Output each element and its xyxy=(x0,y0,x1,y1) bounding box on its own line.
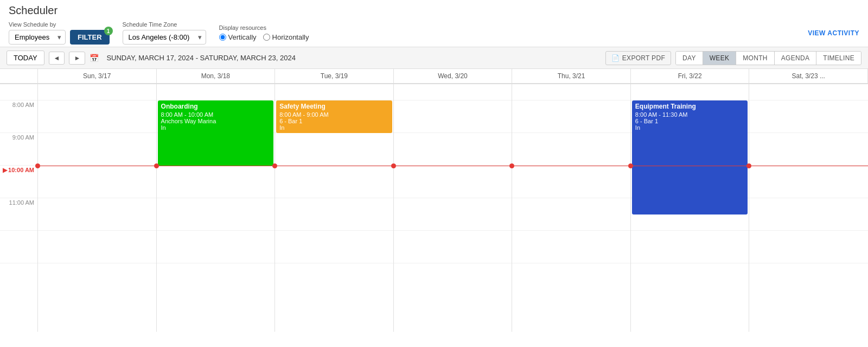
tab-agenda[interactable]: AGENDA xyxy=(775,52,816,65)
vertically-label: Vertically xyxy=(228,33,257,41)
slot-day1-hour3 xyxy=(157,198,275,231)
event-status: In xyxy=(635,124,745,131)
slot-day0-hour4 xyxy=(38,231,156,263)
tab-timeline[interactable]: TIMELINE xyxy=(816,52,861,65)
event-onboarding[interactable]: Onboarding 8:00 AM - 10:00 AM Anchors Wa… xyxy=(158,100,274,166)
slot-day3-hour3 xyxy=(394,198,512,231)
vertically-radio[interactable] xyxy=(219,34,226,41)
horizontally-radio[interactable] xyxy=(263,34,270,41)
event-safety-meeting[interactable]: Safety Meeting 8:00 AM - 9:00 AM 6 - Bar… xyxy=(276,100,392,133)
export-pdf-label: EXPORT PDF xyxy=(622,54,665,62)
header-wed: Wed, 3/20 xyxy=(394,69,513,83)
header-fri: Fri, 3/22 xyxy=(631,69,750,83)
today-button[interactable]: TODAY xyxy=(7,51,44,65)
slot-day6-hour0 xyxy=(749,100,868,133)
time-indicator-arrow: ▶ xyxy=(3,167,7,174)
slot-day0-hour1 xyxy=(38,133,156,166)
day-col-5: Equipment Training 8:00 AM - 11:30 AM 6 … xyxy=(631,84,750,332)
page-title: Scheduler xyxy=(9,4,859,17)
view-schedule-label: View Schedule by xyxy=(9,21,110,28)
tab-month[interactable]: MONTH xyxy=(736,52,775,65)
horizontally-radio-label[interactable]: Horizontally xyxy=(263,33,309,41)
time-empty-top xyxy=(0,84,37,100)
slot-day6-hour2 xyxy=(749,166,868,198)
current-time-line xyxy=(512,166,630,166)
event-title: Equipment Training xyxy=(635,103,745,110)
header-thu: Thu, 3/21 xyxy=(512,69,631,83)
date-range: SUNDAY, MARCH 17, 2024 - SATURDAY, MARCH… xyxy=(106,54,295,62)
tab-week[interactable]: WEEK xyxy=(703,52,737,65)
slot-day2-hour3 xyxy=(275,198,393,231)
time-9am: 9:00 AM xyxy=(0,133,37,166)
time-column: 8:00 AM 9:00 AM ▶10:00 AM 11:00 AM xyxy=(0,84,38,332)
calendar-toolbar: TODAY ◄ ► 📅 SUNDAY, MARCH 17, 2024 - SAT… xyxy=(0,47,868,69)
time-10am: ▶10:00 AM xyxy=(0,166,37,198)
slot-day5-hour4 xyxy=(631,231,749,263)
slot-day3-hour1 xyxy=(394,133,512,166)
event-time: 8:00 AM - 9:00 AM xyxy=(279,111,389,118)
event-equipment-training[interactable]: Equipment Training 8:00 AM - 11:30 AM 6 … xyxy=(632,100,748,214)
filter-button[interactable]: FILTER 1 xyxy=(70,30,110,45)
event-time: 8:00 AM - 10:00 AM xyxy=(161,111,271,118)
display-resources-label: Display resources xyxy=(219,24,309,31)
slot-day6-hour4 xyxy=(749,231,868,263)
current-time-line xyxy=(631,166,749,166)
event-location: 6 - Bar 1 xyxy=(635,118,745,124)
calendar-body: 8:00 AM 9:00 AM ▶10:00 AM 11:00 AM Onboa… xyxy=(0,84,868,332)
slot-day2-hour1 xyxy=(275,133,393,166)
employees-select-wrapper[interactable]: Employees ▾ xyxy=(9,30,66,45)
vertically-radio-label[interactable]: Vertically xyxy=(219,33,257,41)
time-11am: 11:00 AM xyxy=(0,198,37,231)
slot-day4-hour3 xyxy=(512,198,630,231)
timezone-select-wrapper[interactable]: Los Angeles (-8:00) ▾ xyxy=(123,30,206,45)
slot-day1-hour2 xyxy=(157,166,275,198)
export-pdf-button[interactable]: 📄 EXPORT PDF xyxy=(605,51,671,65)
header-empty xyxy=(0,69,38,83)
current-time-line xyxy=(157,166,275,166)
calendar-icon: 📅 xyxy=(90,54,99,62)
day-col-2: Safety Meeting 8:00 AM - 9:00 AM 6 - Bar… xyxy=(275,84,394,332)
timezone-group: Schedule Time Zone Los Angeles (-8:00) ▾ xyxy=(123,21,206,45)
view-activity-button[interactable]: VIEW ACTIVITY xyxy=(808,29,859,37)
next-button[interactable]: ► xyxy=(69,52,85,65)
time-extra xyxy=(0,231,37,263)
timezone-label: Schedule Time Zone xyxy=(123,21,206,28)
slot-day0-hour3 xyxy=(38,198,156,231)
radio-group: Vertically Horizontally xyxy=(219,33,309,41)
current-time-line xyxy=(38,166,156,166)
view-schedule-group: View Schedule by Employees ▾ FILTER 1 xyxy=(9,21,110,45)
timezone-select[interactable]: Los Angeles (-8:00) xyxy=(123,30,206,45)
day-columns: Onboarding 8:00 AM - 10:00 AM Anchors Wa… xyxy=(38,84,868,332)
slot-day2-hour2 xyxy=(275,166,393,198)
slot-day0-hour2 xyxy=(38,166,156,198)
slot-day6-hour1 xyxy=(749,133,868,166)
header-sat: Sat, 3/23 ... xyxy=(749,69,868,83)
slot-day3-hour0 xyxy=(394,100,512,133)
calendar-header: Sun, 3/17 Mon, 3/18 Tue, 3/19 Wed, 3/20 … xyxy=(0,69,868,84)
header-mon: Mon, 3/18 xyxy=(157,69,276,83)
current-time-line xyxy=(749,166,868,166)
slot-day3-hour2 xyxy=(394,166,512,198)
slot-day0-hour0 xyxy=(38,100,156,133)
horizontally-label: Horizontally xyxy=(272,33,309,41)
export-icon: 📄 xyxy=(611,54,620,62)
day-col-3 xyxy=(394,84,513,332)
event-title: Onboarding xyxy=(161,103,271,110)
event-status: In xyxy=(161,124,271,131)
event-location: Anchors Way Marina xyxy=(161,118,271,124)
day-col-4 xyxy=(512,84,631,332)
prev-button[interactable]: ◄ xyxy=(49,52,65,65)
tab-day[interactable]: DAY xyxy=(676,52,703,65)
employees-select[interactable]: Employees xyxy=(9,30,66,45)
slot-day2-hour4 xyxy=(275,231,393,263)
slot-day4-hour2 xyxy=(512,166,630,198)
calendar-container: Sun, 3/17 Mon, 3/18 Tue, 3/19 Wed, 3/20 … xyxy=(0,69,868,332)
slot-day4-hour1 xyxy=(512,133,630,166)
slot-day6-hour3 xyxy=(749,198,868,231)
slot-day4-hour0 xyxy=(512,100,630,133)
controls-row: View Schedule by Employees ▾ FILTER 1 Sc… xyxy=(9,21,859,45)
view-tabs: DAY WEEK MONTH AGENDA TIMELINE xyxy=(675,51,861,65)
event-title: Safety Meeting xyxy=(279,103,389,110)
slot-day1-hour4 xyxy=(157,231,275,263)
day-col-0 xyxy=(38,84,157,332)
